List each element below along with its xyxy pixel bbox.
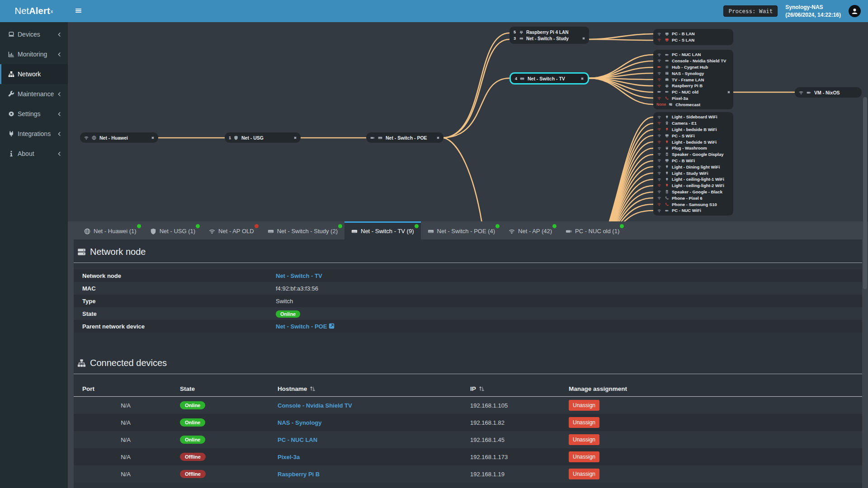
scrollbar-thumb[interactable] [863, 97, 867, 289]
unassign-button[interactable]: Unassign [569, 451, 599, 462]
hostname-link[interactable]: NAS - Synology [278, 419, 322, 426]
device-node[interactable]: PC - B WiFi [656, 158, 730, 164]
unassign-button[interactable]: Unassign [569, 400, 599, 411]
ip-cell: 192.168.1.82 [470, 419, 569, 426]
node-tab[interactable]: PC - NUC old (1) [559, 221, 626, 239]
node-tabs: Net - Huawei (1) Net - USG (1) Net - AP … [68, 221, 868, 239]
network-topology-canvas[interactable]: Net - Huawei 1 Net - USG Net - Switch - … [68, 22, 868, 221]
device-node[interactable]: Pixel-3a [656, 95, 730, 102]
unassign-button[interactable]: Unassign [569, 434, 599, 445]
device-node[interactable]: Light - Dining light WiFi [656, 164, 730, 170]
device-node[interactable]: Camera - E1 [656, 120, 730, 127]
port-square [437, 136, 439, 139]
node-tab[interactable]: Net - AP (42) [502, 221, 559, 239]
unassign-button[interactable]: Unassign [569, 469, 599, 479]
sidebar-item-label: Integrations [18, 130, 57, 137]
unassign-button[interactable]: Unassign [569, 417, 599, 428]
device-node[interactable]: PC - NUC old [656, 89, 730, 95]
node-net-switch-tv-selected[interactable]: 4 Net - Switch - TV [509, 72, 589, 84]
eth-icon [656, 90, 662, 94]
info-row: State Online [74, 307, 862, 320]
device-node[interactable]: Phone - Pixel 6 [656, 195, 730, 201]
info-value[interactable]: Net - Switch - TV [276, 272, 322, 279]
sidebar-item[interactable]: Integrations [0, 124, 68, 144]
device-node[interactable]: Speaker - Google - Black [656, 189, 730, 195]
hostname-link[interactable]: PC - NUC LAN [278, 436, 317, 443]
speaker-icon [664, 190, 670, 194]
topology-edges [68, 22, 868, 221]
sidebar-toggle-button[interactable] [68, 0, 89, 22]
node-tab[interactable]: Net - Switch - Study (2) [261, 221, 344, 239]
node-tab[interactable]: Net - Switch - POE (4) [421, 221, 502, 239]
device-node[interactable]: Light - ceiling-light-1 WiFi [656, 176, 730, 183]
sidebar-item[interactable]: Maintenance [0, 84, 68, 104]
header-manage: Manage assignment [569, 385, 862, 392]
switch-icon [428, 228, 434, 235]
node-net-switch-poe[interactable]: Net - Switch - POE [366, 132, 443, 143]
device-node[interactable]: Raspberry Pi B [656, 83, 730, 89]
device-node[interactable]: Light - ceiling-light-2 WiFi [656, 183, 730, 189]
info-value[interactable]: f4:92:bf:a3:f3:56 [276, 285, 318, 292]
node-net-huawei[interactable]: Net - Huawei [80, 132, 158, 143]
sort-icon[interactable] [310, 386, 315, 391]
info-label: MAC [82, 285, 276, 292]
device-node[interactable]: Light - bedside B WiFi [656, 127, 730, 133]
device-node[interactable]: Light - Sideboard WiFi [656, 114, 730, 120]
port-cell: N/A [82, 471, 180, 478]
device-node[interactable]: PC - B LAN [656, 31, 730, 37]
device-node[interactable]: Speaker - Google Display [656, 151, 730, 158]
desktop-icon [664, 159, 670, 163]
node-tab[interactable]: Net - Switch - TV (9) [344, 221, 421, 239]
bulb-icon [664, 115, 670, 119]
header-ip: IP [470, 385, 569, 392]
info-icon [8, 150, 18, 157]
raspberry-icon [519, 30, 524, 34]
device-node[interactable]: Hub - Cygnet Hub [656, 64, 730, 70]
info-value[interactable]: Online [276, 310, 300, 318]
device-node[interactable]: PC - NUC LAN [656, 52, 730, 58]
network-node-row[interactable]: 5 Raspberry Pi 4 LAN [514, 29, 585, 35]
node-net-usg[interactable]: 1 Net - USG [225, 132, 301, 143]
device-node[interactable]: Light - bedside S WiFi [656, 139, 730, 145]
sidebar-item-label: Monitoring [18, 51, 57, 58]
port-cell: N/A [82, 419, 180, 426]
node-tab[interactable]: Net - Huawei (1) [77, 221, 143, 239]
switch-icon [519, 37, 524, 41]
sidebar-item[interactable]: Settings [0, 104, 68, 124]
device-node[interactable]: PC - S WiFi [656, 132, 730, 139]
chevron-left-icon [57, 112, 62, 117]
network-node-row[interactable]: 3 Net - Switch - Study [514, 35, 585, 42]
sidebar-item[interactable]: Network [0, 64, 68, 84]
hostname-link[interactable]: Console - Nvidia Shield TV [278, 402, 352, 409]
sidebar-item[interactable]: Monitoring [0, 44, 68, 64]
tab-label: Net - AP OLD [218, 228, 254, 235]
user-avatar[interactable] [849, 5, 861, 17]
device-node[interactable]: Console - Nvidia Shield TV [656, 58, 730, 64]
eth-icon [807, 90, 811, 95]
node-tab[interactable]: Net - USG (1) [143, 221, 202, 239]
device-node[interactable]: PC - NUC WiFi [656, 207, 730, 214]
hostname-link[interactable]: Pixel-3a [278, 454, 300, 460]
node-tab[interactable]: Net - AP OLD [202, 221, 261, 239]
node-vm-nixos[interactable]: VM - NixOS [795, 87, 862, 98]
wifi-icon [656, 96, 662, 100]
camera-icon [664, 121, 670, 125]
sidebar-item[interactable]: About [0, 144, 68, 164]
sort-icon[interactable] [479, 386, 484, 391]
wifi-icon [656, 165, 662, 169]
info-value[interactable]: Switch [276, 298, 293, 305]
device-node[interactable]: TV - Frame LAN [656, 76, 730, 83]
info-value[interactable]: Net - Switch - POE [276, 323, 327, 330]
device-node[interactable]: NAS - Synology [656, 70, 730, 76]
device-node[interactable]: Light - Study WiFi [656, 170, 730, 176]
device-node[interactable]: Plug - Washroom [656, 145, 730, 151]
server-timestamp: (26/06/2024, 14:22:16) [785, 11, 841, 19]
sidebar-item[interactable]: Devices [0, 24, 68, 44]
device-node[interactable]: PC - S LAN [656, 37, 730, 43]
desktop-icon [664, 38, 670, 42]
ext-link-icon[interactable] [329, 323, 335, 329]
hostname-link[interactable]: Raspberry Pi B [278, 471, 320, 478]
device-node[interactable]: Phone - Samsung S10 [656, 201, 730, 207]
device-node[interactable]: None Chromecast [656, 101, 730, 108]
wifi-icon [656, 209, 662, 213]
